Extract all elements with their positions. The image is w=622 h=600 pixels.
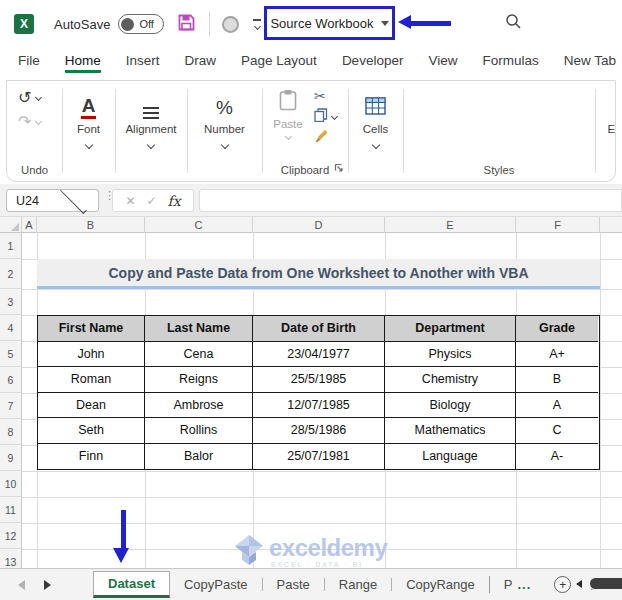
table-cell[interactable]: 12/07/1985 <box>253 393 385 419</box>
tab-draw[interactable]: Draw <box>185 53 217 73</box>
row-header[interactable]: 9 <box>0 445 22 471</box>
row-header[interactable]: 1 <box>0 233 22 259</box>
row-header[interactable]: 10 <box>0 471 22 497</box>
cells-group-button[interactable]: Cells <box>348 81 403 181</box>
table-cell[interactable]: Rollins <box>145 418 253 444</box>
sheet-tab-range[interactable]: Range <box>325 572 391 598</box>
save-icon[interactable] <box>177 13 196 36</box>
tab-scroll-right-icon[interactable] <box>44 580 51 590</box>
table-cell[interactable]: Ambrose <box>145 393 253 419</box>
tab-home[interactable]: Home <box>65 53 101 73</box>
tab-formulas[interactable]: Formulas <box>482 53 538 73</box>
column-header-e[interactable]: E <box>385 217 516 233</box>
table-header-cell[interactable]: Date of Birth <box>253 316 385 342</box>
row-header[interactable]: 11 <box>0 497 22 523</box>
table-cell[interactable]: Mathematics <box>385 418 516 444</box>
editing-group-button[interactable]: Editing <box>595 81 616 181</box>
cancel-button[interactable]: ✕ <box>125 194 135 208</box>
table-cell[interactable]: A- <box>516 444 598 470</box>
quick-access-dropdown[interactable] <box>253 19 261 29</box>
add-sheet-button[interactable]: + <box>554 576 571 593</box>
table-cell[interactable]: A+ <box>516 342 598 368</box>
row-header[interactable]: 4 <box>0 315 22 341</box>
row-header[interactable]: 12 <box>0 523 22 549</box>
tab-insert[interactable]: Insert <box>126 53 160 73</box>
table-header-cell[interactable]: First Name <box>38 316 145 342</box>
column-header-b[interactable]: B <box>37 217 145 233</box>
undo-group-label: Undo <box>7 164 62 176</box>
copy-button[interactable] <box>314 109 337 124</box>
table-cell[interactable]: 25/07/1981 <box>253 444 385 470</box>
row-header[interactable]: 8 <box>0 419 22 445</box>
select-all-corner[interactable] <box>0 217 22 233</box>
table-cell[interactable]: Biology <box>385 393 516 419</box>
tab-page-layout[interactable]: Page Layout <box>241 53 317 73</box>
dialog-launcher-icon[interactable] <box>334 158 343 176</box>
table-cell[interactable]: B <box>516 367 598 393</box>
tab-new-tab[interactable]: New Tab <box>564 53 616 73</box>
column-header-a[interactable]: A <box>22 217 37 233</box>
table-cell[interactable]: Dean <box>38 393 145 419</box>
table-cell[interactable]: Balor <box>145 444 253 470</box>
table-cell[interactable]: John <box>38 342 145 368</box>
enter-button[interactable]: ✓ <box>146 194 156 208</box>
undo-button[interactable]: ↺ <box>18 88 41 107</box>
insert-function-button[interactable]: fx <box>168 193 181 209</box>
table-cell[interactable]: Finn <box>38 444 145 470</box>
redo-button[interactable]: ↷ <box>18 112 41 131</box>
sheet-tab-copyrange[interactable]: CopyRange <box>392 572 489 598</box>
formula-input[interactable] <box>199 189 622 212</box>
table-cell[interactable]: Seth <box>38 418 145 444</box>
tab-scroll-left-icon[interactable] <box>18 580 25 590</box>
worksheet-grid: A B C D E F 1 2 3 4 5 6 7 8 9 10 11 12 1… <box>0 217 622 568</box>
row-header[interactable]: 3 <box>0 289 22 315</box>
table-cell[interactable]: A <box>516 393 598 419</box>
row-header[interactable]: 7 <box>0 393 22 419</box>
cut-button[interactable]: ✂ <box>314 88 326 103</box>
paste-button[interactable]: Paste <box>270 89 306 139</box>
column-header-d[interactable]: D <box>253 217 385 233</box>
row-header[interactable]: 6 <box>0 367 22 393</box>
table-cell[interactable]: Physics <box>385 342 516 368</box>
column-header-f[interactable]: F <box>516 217 600 233</box>
name-box[interactable]: U24 <box>6 189 99 212</box>
sheet-tab-overflow[interactable]: P ... <box>490 572 546 598</box>
font-group-button[interactable]: A Font <box>62 81 115 181</box>
table-header-cell[interactable]: Last Name <box>145 316 253 342</box>
table-header-cell[interactable]: Department <box>385 316 516 342</box>
table-cell[interactable]: Reigns <box>145 367 253 393</box>
hscroll-left-icon[interactable] <box>576 580 582 588</box>
row-header[interactable]: 5 <box>0 341 22 367</box>
format-painter-button[interactable] <box>314 130 329 145</box>
column-header-row: A B C D E F <box>0 217 622 233</box>
autosave-toggle[interactable]: Off <box>118 14 164 34</box>
table-cell[interactable]: Language <box>385 444 516 470</box>
tab-file[interactable]: File <box>18 53 40 73</box>
row-header[interactable]: 13 <box>0 549 22 568</box>
toggle-knob <box>121 18 134 31</box>
gridline <box>22 523 622 524</box>
tab-view[interactable]: View <box>428 53 457 73</box>
alignment-group-button[interactable]: Alignment <box>115 81 187 181</box>
worksheet-title-cell[interactable]: Copy and Paste Data from One Worksheet t… <box>37 259 600 289</box>
sheet-tab-copypaste[interactable]: CopyPaste <box>170 572 262 598</box>
column-header-c[interactable]: C <box>145 217 253 233</box>
sheet-tab-dataset[interactable]: Dataset <box>93 571 170 598</box>
table-cell[interactable]: 25/5/1985 <box>253 367 385 393</box>
column-header-g[interactable] <box>600 217 622 233</box>
workbook-title-dropdown[interactable]: Source Workbook <box>264 6 395 40</box>
table-cell[interactable]: 23/04/1977 <box>253 342 385 368</box>
ribbon-tab-bar: File Home Insert Draw Page Layout Develo… <box>0 48 622 78</box>
table-header-cell[interactable]: Grade <box>516 316 598 342</box>
table-cell[interactable]: 28/5/1986 <box>253 418 385 444</box>
number-group-button[interactable]: % Number <box>187 81 262 181</box>
table-cell[interactable]: Chemistry <box>385 367 516 393</box>
hscroll-thumb[interactable] <box>590 578 622 589</box>
table-cell[interactable]: Cena <box>145 342 253 368</box>
search-icon[interactable] <box>505 13 522 34</box>
table-cell[interactable]: Roman <box>38 367 145 393</box>
table-cell[interactable]: C <box>516 418 598 444</box>
row-header[interactable]: 2 <box>0 259 22 289</box>
sheet-tab-paste[interactable]: Paste <box>263 572 324 598</box>
tab-developer[interactable]: Developer <box>342 53 404 73</box>
